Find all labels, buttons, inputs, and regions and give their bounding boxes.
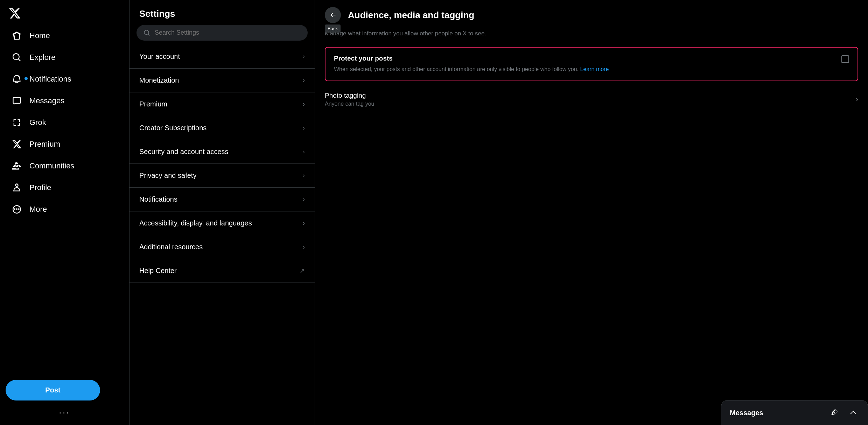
right-panel-title: Audience, media and tagging bbox=[348, 10, 474, 21]
grok-icon bbox=[11, 117, 22, 128]
sidebar-item-more[interactable]: More bbox=[6, 199, 124, 220]
messages-bar-actions bbox=[828, 407, 859, 419]
chevron-right-icon: › bbox=[303, 196, 305, 203]
communities-icon bbox=[11, 160, 22, 172]
sidebar-item-grok[interactable]: Grok bbox=[6, 112, 124, 133]
sidebar-item-notifications[interactable]: Notifications bbox=[6, 69, 124, 90]
sidebar-nav: Home Explore Notifications bbox=[6, 25, 124, 374]
settings-item-notifications[interactable]: Notifications › bbox=[130, 188, 315, 211]
settings-item-security[interactable]: Security and account access › bbox=[130, 140, 315, 164]
more-label: More bbox=[29, 205, 47, 214]
right-panel-subtitle: Manage what information you allow other … bbox=[315, 30, 868, 44]
chevron-right-icon: › bbox=[303, 148, 305, 155]
photo-tagging-chevron: › bbox=[856, 95, 858, 104]
compose-icon bbox=[831, 409, 838, 417]
post-button[interactable]: Post bbox=[6, 380, 100, 400]
learn-more-link[interactable]: Learn more bbox=[580, 66, 609, 72]
settings-list: Your account › Monetization › Premium › … bbox=[130, 45, 315, 425]
external-link-icon: ↗ bbox=[300, 267, 305, 275]
premium-icon bbox=[11, 139, 22, 150]
chevron-right-icon: › bbox=[303, 243, 305, 251]
chevron-up-button[interactable] bbox=[847, 407, 859, 419]
protect-posts-description: When selected, your posts and other acco… bbox=[334, 65, 834, 74]
settings-item-premium[interactable]: Premium › bbox=[130, 92, 315, 116]
settings-item-additional-resources[interactable]: Additional resources › bbox=[130, 235, 315, 259]
settings-item-accessibility[interactable]: Accessibility, display, and languages › bbox=[130, 211, 315, 235]
protect-posts-card[interactable]: Protect your posts When selected, your p… bbox=[325, 47, 858, 81]
messages-bar-title: Messages bbox=[730, 409, 763, 417]
more-icon bbox=[11, 204, 22, 215]
chevron-right-icon: › bbox=[303, 124, 305, 132]
back-arrow-icon bbox=[329, 12, 336, 19]
explore-label: Explore bbox=[29, 53, 56, 62]
protect-posts-checkbox[interactable] bbox=[841, 55, 849, 63]
photo-tagging-content: Photo tagging Anyone can tag you bbox=[325, 92, 374, 107]
chevron-right-icon: › bbox=[303, 53, 305, 60]
protect-posts-title: Protect your posts bbox=[334, 55, 834, 62]
sidebar-more-dots[interactable]: ··· bbox=[6, 400, 124, 421]
notifications-icon bbox=[11, 74, 22, 85]
sidebar-item-explore[interactable]: Explore bbox=[6, 47, 124, 68]
sidebar: Home Explore Notifications bbox=[0, 0, 130, 425]
settings-item-help-center[interactable]: Help Center ↗ bbox=[130, 259, 315, 283]
sidebar-item-communities[interactable]: Communities bbox=[6, 155, 124, 176]
x-logo[interactable] bbox=[6, 4, 24, 22]
photo-tagging-subtitle: Anyone can tag you bbox=[325, 101, 374, 107]
photo-tagging-item[interactable]: Photo tagging Anyone can tag you › bbox=[315, 84, 868, 115]
premium-label: Premium bbox=[29, 140, 60, 149]
protect-posts-content: Protect your posts When selected, your p… bbox=[334, 55, 834, 74]
settings-item-your-account[interactable]: Your account › bbox=[130, 45, 315, 69]
profile-icon bbox=[11, 182, 22, 193]
chevron-right-icon: › bbox=[303, 77, 305, 84]
notification-dot bbox=[24, 77, 28, 80]
settings-item-creator-subscriptions[interactable]: Creator Subscriptions › bbox=[130, 116, 315, 140]
search-bar[interactable] bbox=[136, 25, 308, 41]
home-icon bbox=[11, 30, 22, 41]
search-icon bbox=[144, 29, 150, 36]
messages-label: Messages bbox=[29, 96, 64, 105]
sidebar-item-home[interactable]: Home bbox=[6, 25, 124, 46]
communities-label: Communities bbox=[29, 161, 74, 170]
chevron-up-icon bbox=[849, 409, 857, 417]
profile-label: Profile bbox=[29, 183, 51, 192]
grok-label: Grok bbox=[29, 118, 46, 127]
chevron-right-icon: › bbox=[303, 220, 305, 227]
settings-item-monetization[interactable]: Monetization › bbox=[130, 69, 315, 92]
notifications-label: Notifications bbox=[29, 75, 71, 84]
sidebar-item-messages[interactable]: Messages bbox=[6, 90, 124, 111]
settings-panel: Settings Your account › Monetization › P… bbox=[130, 0, 315, 425]
back-button[interactable]: Back bbox=[325, 7, 341, 23]
compose-message-button[interactable] bbox=[828, 407, 840, 419]
settings-item-privacy[interactable]: Privacy and safety › bbox=[130, 164, 315, 188]
sidebar-item-premium[interactable]: Premium bbox=[6, 134, 124, 155]
messages-bar: Messages bbox=[721, 400, 868, 425]
settings-title: Settings bbox=[130, 0, 315, 25]
protect-posts-desc-text: When selected, your posts and other acco… bbox=[334, 66, 580, 72]
messages-icon bbox=[11, 95, 22, 106]
right-header: Back Audience, media and tagging bbox=[315, 0, 868, 30]
photo-tagging-title: Photo tagging bbox=[325, 92, 374, 99]
x-logo-icon bbox=[8, 7, 21, 20]
search-input[interactable] bbox=[155, 29, 301, 36]
explore-icon bbox=[11, 52, 22, 63]
right-panel: Back Audience, media and tagging Manage … bbox=[315, 0, 868, 425]
home-label: Home bbox=[29, 31, 50, 40]
chevron-right-icon: › bbox=[303, 100, 305, 108]
sidebar-item-profile[interactable]: Profile bbox=[6, 177, 124, 198]
chevron-right-icon: › bbox=[303, 172, 305, 179]
